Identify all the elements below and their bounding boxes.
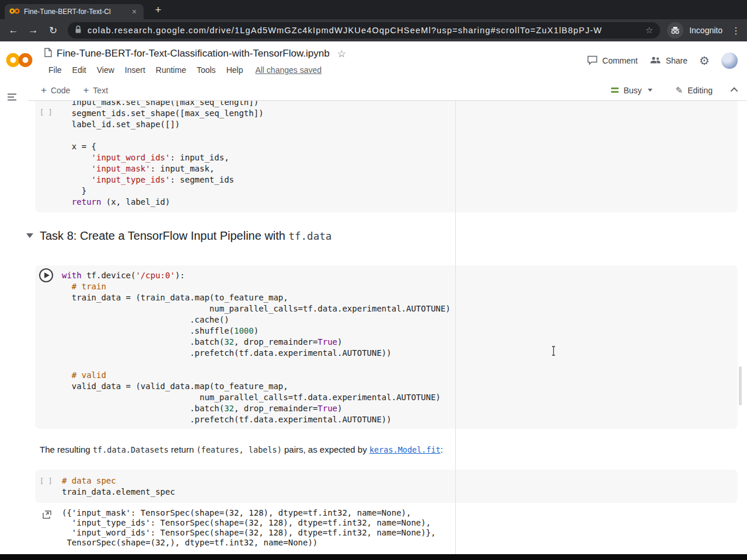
incognito-badge[interactable]: Incognito xyxy=(667,22,726,38)
tab-close-icon[interactable]: × xyxy=(130,7,139,16)
share-people-icon xyxy=(650,56,661,66)
code-cell-input-pipeline[interactable]: with tf.device('/cpu:0'): # train train_… xyxy=(35,265,738,429)
colab-logo-icon[interactable] xyxy=(6,51,33,71)
code-cell-feature-map[interactable]: [ ] input_mask.set_shape([max_seq_length… xyxy=(35,101,738,212)
cell-output-text: ({'input_mask': TensorSpec(shape=(32, 12… xyxy=(62,508,436,548)
url-text[interactable]: colab.research.google.com/drive/1LgAd5Wm… xyxy=(88,26,641,35)
add-text-button[interactable]: + Text xyxy=(83,85,108,96)
cell-output-icon xyxy=(42,510,52,522)
address-bar[interactable]: colab.research.google.com/drive/1LgAd5Wm… xyxy=(68,22,660,38)
section-collapse-icon[interactable] xyxy=(26,233,33,238)
pencil-icon: ✎ xyxy=(676,85,683,96)
browser-tab[interactable]: Fine-Tune-BERT-for-Text-Cl × xyxy=(5,4,144,19)
save-status-link[interactable]: All changes saved xyxy=(255,65,322,75)
screen-bottom-edge xyxy=(0,554,747,560)
busy-caret-down-icon[interactable] xyxy=(648,89,652,92)
browser-menu-kebab-icon[interactable]: ⋮ xyxy=(728,25,743,36)
add-text-label: Text xyxy=(93,86,108,95)
code-editor[interactable]: with tf.device('/cpu:0'): # train train_… xyxy=(62,270,451,425)
notebook-toolbar: + Code + Text Busy ✎ Editing xyxy=(28,80,747,101)
menu-tools[interactable]: Tools xyxy=(191,64,221,76)
section-heading-row: Task 8: Create a TensorFlow Input Pipeli… xyxy=(26,227,331,244)
cell-run-marker[interactable]: [ ] xyxy=(40,108,53,117)
editing-label: Editing xyxy=(687,86,713,95)
reload-icon[interactable]: ↻ xyxy=(44,22,62,39)
menu-runtime[interactable]: Runtime xyxy=(151,64,191,76)
comment-label: Comment xyxy=(602,56,638,65)
browser-tab-strip: Fine-Tune-BERT-for-Text-Cl × + xyxy=(0,0,747,19)
menu-view[interactable]: View xyxy=(92,64,120,76)
browser-navbar: ← → ↻ colab.research.google.com/drive/1L… xyxy=(0,19,747,41)
toolbar-right: Busy ✎ Editing xyxy=(611,85,738,96)
menu-edit[interactable]: Edit xyxy=(67,64,92,76)
notebook-title[interactable]: Fine-Tune-BERT-for-Text-Classification-w… xyxy=(57,48,330,60)
code-editor[interactable]: input_mask.set_shape([max_seq_length]) s… xyxy=(62,101,264,208)
new-tab-button[interactable]: + xyxy=(151,3,166,18)
lock-icon xyxy=(75,25,82,36)
plus-icon: + xyxy=(83,85,89,96)
user-avatar[interactable] xyxy=(721,52,738,69)
bookmark-star-icon[interactable]: ☆ xyxy=(645,25,653,36)
settings-gear-icon[interactable]: ⚙ xyxy=(699,54,710,68)
forward-icon[interactable]: → xyxy=(25,22,42,39)
notebook-title-row: Fine-Tune-BERT-for-Text-Classification-w… xyxy=(44,46,346,61)
menu-file[interactable]: File xyxy=(43,64,67,76)
colab-header: Fine-Tune-BERT-for-Text-Classification-w… xyxy=(0,41,747,80)
text-cursor-pointer xyxy=(551,346,556,358)
notebook-content: [ ] input_mask.set_shape([max_seq_length… xyxy=(0,101,747,554)
resource-meter-icon xyxy=(611,88,619,93)
menu-help[interactable]: Help xyxy=(221,64,249,76)
add-code-label: Code xyxy=(51,86,70,95)
comment-icon xyxy=(587,55,598,66)
share-label: Share xyxy=(666,56,687,65)
menu-bar: File Edit View Insert Runtime Tools Help… xyxy=(43,64,322,76)
code-cell-data-spec[interactable]: [ ] # data spectrain_data.element_spec xyxy=(35,470,738,503)
vertical-scrollbar[interactable] xyxy=(739,366,742,405)
collapse-header-chevron-icon[interactable] xyxy=(731,88,738,95)
incognito-label: Incognito xyxy=(689,26,722,35)
menu-insert[interactable]: Insert xyxy=(120,64,151,76)
header-actions: Comment Share ⚙ xyxy=(587,52,738,69)
plus-icon: + xyxy=(41,85,47,96)
incognito-icon xyxy=(667,22,683,38)
back-icon[interactable]: ← xyxy=(5,22,22,39)
cell-run-marker[interactable]: [ ] xyxy=(40,477,53,485)
run-cell-button[interactable] xyxy=(39,268,53,282)
code-editor[interactable]: # data spectrain_data.element_spec xyxy=(62,475,175,498)
add-code-button[interactable]: + Code xyxy=(41,85,70,96)
editing-mode-button[interactable]: ✎ Editing xyxy=(676,85,713,96)
section-heading: Task 8: Create a TensorFlow Input Pipeli… xyxy=(40,229,331,243)
tab-title: Fine-Tune-BERT-for-Text-Cl xyxy=(24,8,125,16)
share-button[interactable]: Share xyxy=(650,56,687,66)
markdown-paragraph: The resulting tf.data.Datasets return (f… xyxy=(40,444,443,456)
star-notebook-icon[interactable]: ☆ xyxy=(337,48,346,60)
tab-favicon-colab-icon xyxy=(9,6,20,17)
comment-button[interactable]: Comment xyxy=(587,55,638,66)
column-ruler xyxy=(455,101,456,554)
document-icon xyxy=(44,48,52,60)
busy-status[interactable]: Busy xyxy=(623,86,641,95)
